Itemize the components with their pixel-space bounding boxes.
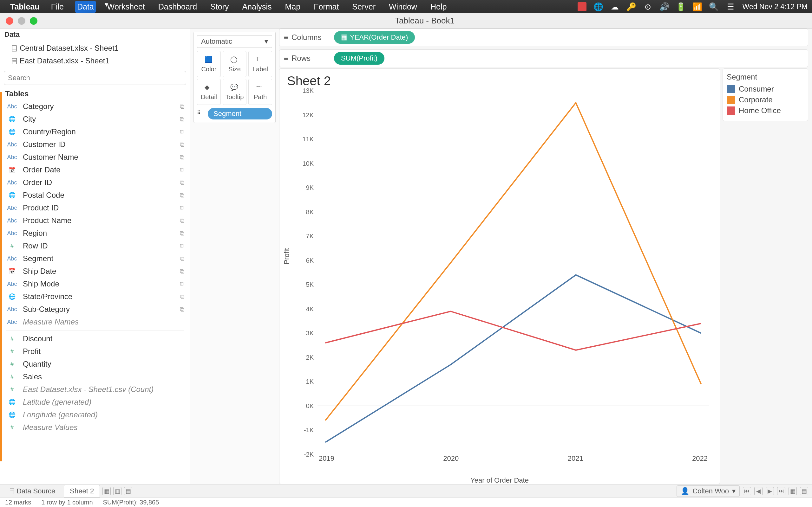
new-story-button[interactable]: ▤ [124, 487, 132, 495]
tray-play-icon[interactable]: ⊙ [644, 2, 653, 11]
tray-key-icon[interactable]: 🔑 [627, 2, 636, 11]
marks-color-button[interactable]: 🟦Color [197, 51, 221, 77]
field-item[interactable]: #Sales [0, 371, 190, 383]
nav-prev-button[interactable]: ◀ [754, 487, 763, 495]
new-worksheet-button[interactable]: ▦ [102, 487, 111, 495]
tab-datasource[interactable]: ⌸Data Source [4, 485, 61, 498]
nav-next-button[interactable]: ▶ [766, 487, 774, 495]
nav-last-button[interactable]: ⏭ [777, 487, 785, 495]
field-item[interactable]: AbcShip Mode⧉ [0, 278, 190, 290]
close-window-button[interactable] [6, 17, 13, 25]
field-item[interactable]: #Discount [0, 332, 190, 345]
menu-data[interactable]: Data [75, 1, 96, 13]
rows-pill[interactable]: SUM(Profit) [334, 52, 385, 65]
tab-sheet-2[interactable]: Sheet 2 [64, 485, 100, 498]
field-item[interactable]: AbcCustomer Name⧉ [0, 151, 190, 164]
columns-shelf[interactable]: ≡Columns ▦YEAR(Order Date) [279, 29, 808, 46]
link-icon[interactable]: ⧉ [180, 192, 184, 199]
marks-segment-pill[interactable]: Segment [208, 108, 272, 119]
viz-area[interactable]: Sheet 2 Profit 13K12K11K10K9K8K7K6K5K4K3… [279, 68, 720, 484]
tray-search-icon[interactable]: 🔍 [710, 2, 718, 11]
expand-icon[interactable]: ▦ [341, 34, 347, 41]
link-icon[interactable]: ⧉ [180, 230, 184, 237]
field-item[interactable]: AbcSegment⧉ [0, 252, 190, 265]
tray-volume-icon[interactable]: 🔊 [660, 2, 669, 11]
field-item[interactable]: AbcRegion⧉ [0, 227, 190, 239]
menu-worksheet[interactable]: Worksheet [105, 1, 147, 13]
legend-item[interactable]: Home Office [727, 106, 804, 115]
field-item[interactable]: 🌐Country/Region⧉ [0, 125, 190, 138]
menu-server[interactable]: Server [350, 1, 377, 13]
marks-detail-button[interactable]: ◆Detail [197, 79, 221, 105]
line-corporate[interactable] [325, 103, 701, 420]
show-filmstrip-button[interactable]: ▦ [789, 487, 797, 495]
plot-area[interactable] [317, 91, 709, 454]
columns-pill[interactable]: ▦YEAR(Order Date) [334, 31, 415, 44]
link-icon[interactable]: ⧉ [180, 280, 184, 288]
tray-control-center-icon[interactable]: ☰ [726, 2, 735, 11]
marks-size-button[interactable]: ◯Size [223, 51, 247, 77]
link-icon[interactable]: ⧉ [180, 166, 184, 174]
field-item[interactable]: #Measure Values [0, 421, 190, 434]
menu-window[interactable]: Window [387, 1, 419, 13]
tray-icon-2[interactable]: 🌐 [594, 2, 603, 11]
link-icon[interactable]: ⧉ [180, 268, 184, 275]
minimize-window-button[interactable] [18, 17, 26, 25]
link-icon[interactable]: ⧉ [180, 293, 184, 300]
field-item[interactable]: AbcCategory⧉ [0, 100, 190, 113]
line-home-office[interactable] [325, 311, 701, 350]
field-item[interactable]: AbcProduct Name⧉ [0, 214, 190, 227]
link-icon[interactable]: ⧉ [180, 179, 184, 186]
marks-path-button[interactable]: 〰Path [248, 79, 272, 105]
datasource-item[interactable]: ⌸Central Dataset.xlsx - Sheet1 [3, 42, 188, 55]
field-item[interactable]: 🌐Latitude (generated) [0, 396, 190, 408]
link-icon[interactable]: ⧉ [180, 103, 184, 110]
field-item[interactable]: AbcProduct ID⧉ [0, 202, 190, 214]
field-item[interactable]: #Row ID⧉ [0, 239, 190, 252]
tray-icon-3[interactable]: ☁ [611, 2, 619, 11]
legend-item[interactable]: Corporate [727, 95, 804, 104]
link-icon[interactable]: ⧉ [180, 306, 184, 313]
field-item[interactable]: 🌐Longitude (generated) [0, 408, 190, 421]
field-item[interactable]: 🌐City⧉ [0, 113, 190, 125]
link-icon[interactable]: ⧉ [180, 128, 184, 135]
app-name[interactable]: Tableau [10, 2, 40, 11]
clock[interactable]: Wed Nov 2 4:12 PM [743, 3, 808, 11]
field-item[interactable]: AbcMeasure Names [0, 316, 190, 328]
search-input[interactable] [4, 71, 186, 85]
field-item[interactable]: #Profit [0, 345, 190, 358]
field-item[interactable]: #Quantity [0, 358, 190, 371]
link-icon[interactable]: ⧉ [180, 242, 184, 250]
link-icon[interactable]: ⧉ [180, 154, 184, 161]
nav-first-button[interactable]: ⏮ [743, 487, 751, 495]
field-item[interactable]: AbcCustomer ID⧉ [0, 138, 190, 151]
link-icon[interactable]: ⧉ [180, 217, 184, 224]
menu-story[interactable]: Story [208, 1, 231, 13]
field-item[interactable]: AbcSub-Category⧉ [0, 303, 190, 316]
zoom-window-button[interactable] [30, 17, 38, 25]
rows-shelf[interactable]: ≡Rows SUM(Profit) [279, 49, 808, 67]
field-item[interactable]: 📅Order Date⧉ [0, 164, 190, 176]
marks-label-button[interactable]: TLabel [248, 51, 272, 77]
menu-dashboard[interactable]: Dashboard [156, 1, 199, 13]
tray-battery-icon[interactable]: 🔋 [676, 2, 686, 11]
menu-file[interactable]: File [49, 1, 66, 13]
datasource-item[interactable]: ⌸East Dataset.xlsx - Sheet1 [3, 55, 188, 67]
tray-wifi-icon[interactable]: 📶 [693, 2, 702, 11]
field-item[interactable]: 📅Ship Date⧉ [0, 265, 190, 278]
legend-item[interactable]: Consumer [727, 84, 804, 94]
new-dashboard-button[interactable]: ▥ [113, 487, 121, 495]
line-consumer[interactable] [325, 275, 701, 442]
marks-tooltip-button[interactable]: 💬Tooltip [223, 79, 247, 105]
field-item[interactable]: #East Dataset.xlsx - Sheet1.csv (Count) [0, 383, 190, 396]
link-icon[interactable]: ⧉ [180, 141, 184, 148]
link-icon[interactable]: ⧉ [180, 116, 184, 123]
field-item[interactable]: 🌐Postal Code⧉ [0, 189, 190, 202]
legend-card[interactable]: Segment ConsumerCorporateHome Office [722, 68, 808, 121]
menu-help[interactable]: Help [428, 1, 449, 13]
field-item[interactable]: 🌐State/Province⧉ [0, 290, 190, 303]
menu-analysis[interactable]: Analysis [240, 1, 273, 13]
sheet-title[interactable]: Sheet 2 [287, 74, 712, 88]
show-sorter-button[interactable]: ▤ [800, 487, 808, 495]
link-icon[interactable]: ⧉ [180, 205, 184, 212]
